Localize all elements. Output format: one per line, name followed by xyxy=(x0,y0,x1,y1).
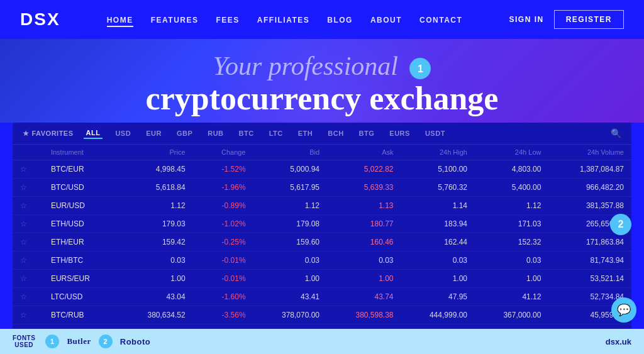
row-instrument: ETH/EUR xyxy=(43,233,119,252)
row-instrument: ETH/USD xyxy=(43,215,119,233)
star-icon: ★ xyxy=(23,130,30,138)
search-icon[interactable]: 🔍 xyxy=(611,128,621,138)
th-24h-high: 24h High xyxy=(401,145,475,160)
row-instrument: EUR/USD xyxy=(43,197,119,215)
row-low: 152.32 xyxy=(475,233,548,252)
row-change: -1.52% xyxy=(193,160,253,179)
row-bid: 378,070.00 xyxy=(253,306,327,324)
table-filters: ★ FAVORITES ALL USD EUR GBP RUB BTC LTC … xyxy=(13,123,631,145)
font-badge-2-side: 2 xyxy=(610,214,631,235)
row-high: 162.44 xyxy=(401,233,475,252)
row-price: 159.42 xyxy=(119,233,192,252)
row-change: -1.60% xyxy=(193,288,253,306)
table-row[interactable]: ☆ BTC/EUR 4,998.45 -1.52% 5,000.94 5,022… xyxy=(13,160,631,179)
row-high: 5,760.32 xyxy=(401,179,475,197)
row-change: -0.01% xyxy=(193,270,253,288)
table-row[interactable]: ☆ BTC/USD 5,618.84 -1.96% 5,617.95 5,639… xyxy=(13,179,631,197)
filter-usd[interactable]: USD xyxy=(113,128,133,138)
filter-btg[interactable]: BTG xyxy=(357,128,377,138)
nav-item-affiliates[interactable]: AFFILIATES xyxy=(257,14,309,25)
table-row[interactable]: ☆ EUR/USD 1.12 -0.89% 1.12 1.13 1.14 1.1… xyxy=(13,197,631,215)
market-table-section: ★ FAVORITES ALL USD EUR GBP RUB BTC LTC … xyxy=(13,123,631,343)
row-star[interactable]: ☆ xyxy=(13,252,43,270)
row-star[interactable]: ☆ xyxy=(13,197,43,215)
footer-site[interactable]: dsx.uk xyxy=(606,337,631,346)
row-change: -0.01% xyxy=(193,252,253,270)
table-row[interactable]: ☆ ETH/USD 179.03 -1.02% 179.08 180.77 18… xyxy=(13,215,631,233)
filter-favorites[interactable]: ★ FAVORITES xyxy=(23,130,74,138)
th-bid: Bid xyxy=(253,145,327,160)
filter-bch[interactable]: BCH xyxy=(325,128,346,138)
row-bid: 1.12 xyxy=(253,197,327,215)
row-star[interactable]: ☆ xyxy=(13,288,43,306)
row-volume: 53,521.14 xyxy=(548,270,631,288)
row-ask: 180.77 xyxy=(327,215,401,233)
th-24h-volume: 24h Volume xyxy=(548,145,631,160)
nav-item-home[interactable]: HOME xyxy=(107,14,133,25)
chat-button[interactable]: 💬 xyxy=(611,297,636,323)
row-low: 5,400.00 xyxy=(475,179,548,197)
logo[interactable]: DSX xyxy=(20,9,60,30)
row-bid: 0.03 xyxy=(253,252,327,270)
filter-btc[interactable]: BTC xyxy=(236,128,257,138)
table-row[interactable]: ☆ LTC/USD 43.04 -1.60% 43.41 43.74 47.95… xyxy=(13,288,631,306)
row-instrument: EURS/EUR xyxy=(43,270,119,288)
nav-links: HOME FEATURES FEES AFFILIATES BLOG ABOUT… xyxy=(107,14,463,25)
row-star[interactable]: ☆ xyxy=(13,179,43,197)
row-star[interactable]: ☆ xyxy=(13,215,43,233)
filter-eur[interactable]: EUR xyxy=(143,128,164,138)
filter-usdt[interactable]: USDT xyxy=(423,128,448,138)
nav-item-contact[interactable]: CONTACT xyxy=(419,14,462,25)
row-low: 4,803.00 xyxy=(475,160,548,179)
market-data-table: Instrument Price Change Bid Ask 24h High… xyxy=(13,145,631,343)
filter-eurs[interactable]: EURS xyxy=(387,128,413,138)
row-high: 47.95 xyxy=(401,288,475,306)
row-ask: 0.03 xyxy=(327,252,401,270)
row-price: 4,998.45 xyxy=(119,160,192,179)
nav-item-fees[interactable]: FEES xyxy=(216,14,239,25)
table-row[interactable]: ☆ BTC/RUB 380,634.52 -3.56% 378,070.00 3… xyxy=(13,306,631,324)
th-change: Change xyxy=(193,145,253,160)
row-star[interactable]: ☆ xyxy=(13,160,43,179)
filter-all[interactable]: ALL xyxy=(84,128,103,139)
nav-item-about[interactable]: ABOUT xyxy=(370,14,402,25)
row-low: 41.12 xyxy=(475,288,548,306)
nav-item-blog[interactable]: BLOG xyxy=(327,14,353,25)
navbar: DSX HOME FEATURES FEES AFFILIATES BLOG A… xyxy=(0,0,644,39)
row-ask: 380,598.38 xyxy=(327,306,401,324)
row-low: 367,000.00 xyxy=(475,306,548,324)
footer-bar: FONTS USED 1 Butler 2 Roboto dsx.uk xyxy=(0,329,644,354)
filter-ltc[interactable]: LTC xyxy=(267,128,286,138)
register-button[interactable]: REGISTER xyxy=(554,10,624,29)
nav-item-features[interactable]: FEATURES xyxy=(151,14,199,25)
filter-eth[interactable]: ETH xyxy=(296,128,316,138)
row-high: 0.03 xyxy=(401,252,475,270)
row-ask: 1.13 xyxy=(327,197,401,215)
table-header-row: Instrument Price Change Bid Ask 24h High… xyxy=(13,145,631,160)
row-bid: 5,617.95 xyxy=(253,179,327,197)
filter-rub[interactable]: RUB xyxy=(205,128,226,138)
row-high: 444,999.00 xyxy=(401,306,475,324)
hero-title-light: Your professional 1 xyxy=(20,52,624,80)
table-row[interactable]: ☆ ETH/EUR 159.42 -0.25% 159.60 160.46 16… xyxy=(13,233,631,252)
row-star[interactable]: ☆ xyxy=(13,270,43,288)
row-high: 183.94 xyxy=(401,215,475,233)
th-instrument xyxy=(13,145,43,160)
row-change: -1.96% xyxy=(193,179,253,197)
signin-link[interactable]: SIGN IN xyxy=(509,15,543,24)
row-change: -3.56% xyxy=(193,306,253,324)
row-bid: 43.41 xyxy=(253,288,327,306)
table-body: ☆ BTC/EUR 4,998.45 -1.52% 5,000.94 5,022… xyxy=(13,160,631,343)
row-change: -1.02% xyxy=(193,215,253,233)
row-bid: 1.00 xyxy=(253,270,327,288)
row-bid: 5,000.94 xyxy=(253,160,327,179)
filter-gbp[interactable]: GBP xyxy=(174,128,195,138)
row-star[interactable]: ☆ xyxy=(13,306,43,324)
fonts-used-label: FONTS USED xyxy=(13,335,38,348)
row-ask: 5,639.33 xyxy=(327,179,401,197)
row-volume: 171,863.84 xyxy=(548,233,631,252)
row-ask: 43.74 xyxy=(327,288,401,306)
table-row[interactable]: ☆ ETH/BTC 0.03 -0.01% 0.03 0.03 0.03 0.0… xyxy=(13,252,631,270)
table-row[interactable]: ☆ EURS/EUR 1.00 -0.01% 1.00 1.00 1.00 1.… xyxy=(13,270,631,288)
row-star[interactable]: ☆ xyxy=(13,233,43,252)
